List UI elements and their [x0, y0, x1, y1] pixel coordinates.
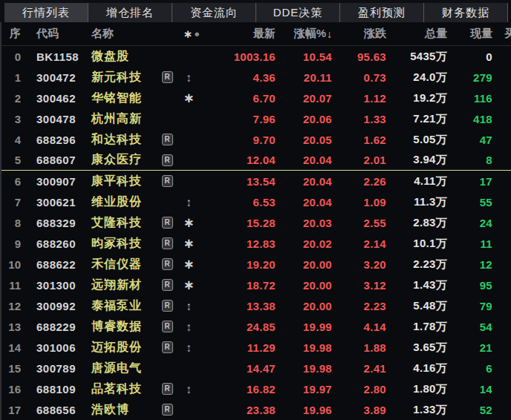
table-row[interactable]: 6 300907 康平科技 R 13.54 20.04 2.26 4.11万 1…	[1, 171, 511, 191]
total-volume: 24.0万	[380, 67, 447, 88]
margin-badge: R	[161, 275, 173, 295]
row-seq: 16	[1, 378, 21, 399]
current-volume: 0	[440, 46, 492, 67]
margin-badge: R	[161, 129, 173, 150]
last-price: 6.53	[201, 191, 276, 212]
tab-3[interactable]: 资金流向	[172, 3, 256, 22]
tab-6[interactable]: 财务数据	[424, 3, 508, 22]
row-icon	[180, 399, 197, 420]
table-row[interactable]: 2 300462 华铭智能 ∗ 6.70 20.07 1.12 19.2万 11…	[1, 88, 511, 108]
up-down-arrow-icon: ↕	[180, 190, 197, 214]
row-icon	[180, 108, 197, 129]
row-seq: 14	[1, 337, 21, 358]
total-volume: 19.2万	[380, 88, 447, 108]
change-amount: 2.01	[327, 150, 386, 170]
total-volume: 5.48万	[380, 295, 447, 316]
stock-code: 688260	[36, 233, 76, 254]
row-seq: 0	[1, 46, 21, 67]
row-seq: 12	[1, 295, 21, 316]
quote-panel: 序 代码 名称 ∗ ● 最新 涨幅% ↓ 涨跌 总量 现量 买 0 BK1158…	[0, 22, 511, 420]
tab-4[interactable]: DDE决策	[256, 3, 340, 22]
header-next-column-clipped[interactable]: 买	[504, 22, 511, 45]
change-amount: 0.73	[327, 67, 386, 88]
table-row[interactable]: 7 300621 维业股份 ↕ 6.53 20.04 1.09 11.3万 55	[1, 191, 511, 212]
stock-code: 300907	[36, 171, 76, 191]
table-header-row: 序 代码 名称 ∗ ● 最新 涨幅% ↓ 涨跌 总量 现量 买	[1, 22, 511, 46]
header-marks[interactable]: ∗ ●	[180, 22, 203, 45]
row-seq: 17	[1, 399, 21, 420]
current-volume: 79	[440, 295, 492, 316]
change-percent: 20.00	[265, 254, 332, 275]
total-volume: 1.78万	[380, 316, 447, 337]
header-name[interactable]: 名称	[91, 22, 114, 45]
stock-name: 康平科技	[91, 171, 142, 191]
stock-name: 品茗科技	[91, 378, 142, 399]
table-row[interactable]: 16 688109 品茗科技 R ↕ 16.82 19.97 2.80 1.80…	[1, 378, 511, 399]
change-amount: 1.62	[327, 129, 386, 150]
stock-name: 禾信仪器	[91, 254, 142, 275]
table-row[interactable]: 11 301300 远翔新材 R ∗ 18.72 20.00 3.12 1.43…	[1, 275, 511, 295]
header-code[interactable]: 代码	[36, 22, 59, 45]
last-price: 24.85	[201, 316, 276, 337]
last-price: 19.20	[201, 254, 276, 275]
margin-badge: R	[161, 212, 173, 233]
stock-code: 300472	[36, 67, 76, 88]
header-last-price[interactable]: 最新	[201, 22, 276, 45]
header-total-volume[interactable]: 总量	[380, 22, 447, 45]
row-icon	[180, 46, 197, 67]
star-icon: ∗	[180, 254, 197, 275]
header-change-percent[interactable]: 涨幅% ↓	[265, 22, 332, 45]
row-seq: 4	[1, 129, 21, 150]
dot-icon: ●	[194, 28, 200, 39]
change-amount: 2.23	[327, 295, 386, 316]
view-tab-bar: 行情列表增仓排名资金流向DDE决策盈利预测财务数据	[0, 0, 511, 22]
table-row[interactable]: 0 BK1158 微盘股 1003.16 10.54 95.63 5435万 0	[1, 46, 511, 67]
total-volume: 2.83万	[380, 212, 447, 233]
change-amount: 2.26	[327, 171, 386, 191]
header-change-amount[interactable]: 涨跌	[327, 22, 386, 45]
table-row[interactable]: 12 300992 泰福泵业 R ↕ 13.38 20.00 2.23 5.48…	[1, 295, 511, 316]
current-volume: 116	[440, 88, 492, 108]
table-row[interactable]: 8 688329 艾隆科技 R ∗ 15.28 20.03 2.55 2.83万…	[1, 212, 511, 233]
current-volume: 47	[440, 129, 492, 150]
table-row[interactable]: 17 688656 浩欧博 R 23.38 19.96 3.89 1.33万 5…	[1, 399, 511, 420]
table-row[interactable]: 15 300789 唐源电气 14.47 19.98 2.41 4.16万 6	[1, 358, 511, 378]
change-percent: 20.04	[265, 191, 332, 212]
table-row[interactable]: 4 688296 和达科技 R 9.70 20.05 1.62 5.05万 47	[1, 129, 511, 150]
total-volume: 11.3万	[380, 191, 447, 212]
last-price: 18.72	[201, 275, 276, 295]
stock-name: 唐源电气	[91, 358, 142, 378]
table-row[interactable]: 5 688607 康众医疗 R 12.04 20.04 2.01 3.94万 8	[1, 150, 511, 171]
star-icon: ∗	[180, 275, 197, 295]
current-volume: 55	[440, 191, 492, 212]
last-price: 23.38	[201, 399, 276, 420]
table-row[interactable]: 14 301006 迈拓股份 R ↕ 11.29 19.98 1.88 3.65…	[1, 337, 511, 358]
table-row[interactable]: 3 300478 杭州高新 7.96 20.06 1.33 7.21万 418	[1, 108, 511, 129]
table-row[interactable]: 13 688229 博睿数据 R ↕ 24.85 19.99 4.14 1.78…	[1, 316, 511, 337]
tab-1[interactable]: 行情列表	[4, 3, 88, 22]
row-seq: 8	[1, 212, 21, 233]
last-price: 16.82	[201, 378, 276, 399]
table-row[interactable]: 1 300472 新元科技 R ↕ 4.36 20.11 0.73 24.0万 …	[1, 67, 511, 88]
margin-badge: R	[161, 67, 173, 88]
total-volume: 10.1万	[380, 233, 447, 254]
header-change-percent-label: 涨幅%	[294, 27, 326, 41]
change-percent: 20.05	[265, 129, 332, 150]
change-percent: 20.00	[265, 275, 332, 295]
table-row[interactable]: 9 688260 昀冢科技 R ∗ 12.83 20.02 2.14 10.1万…	[1, 233, 511, 254]
change-percent: 20.11	[265, 67, 332, 88]
header-seq[interactable]: 序	[1, 22, 21, 45]
tab-5[interactable]: 盈利预测	[340, 3, 424, 22]
star-icon: ∗	[183, 27, 193, 41]
tab-bar-right-spacer	[508, 3, 511, 22]
change-percent: 19.99	[265, 316, 332, 337]
last-price: 1003.16	[201, 46, 276, 67]
total-volume: 3.94万	[380, 150, 447, 170]
last-price: 12.83	[201, 233, 276, 254]
header-current-volume[interactable]: 现量	[440, 22, 492, 45]
tab-2[interactable]: 增仓排名	[88, 3, 172, 22]
table-row[interactable]: 10 688622 禾信仪器 R ∗ 19.20 20.00 3.20 2.23…	[1, 254, 511, 275]
change-percent: 20.00	[265, 295, 332, 316]
stock-code: 688109	[36, 378, 76, 399]
change-percent: 19.98	[265, 358, 332, 378]
